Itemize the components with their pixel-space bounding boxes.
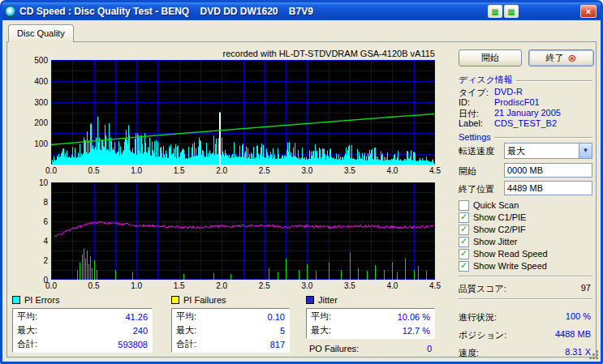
sidebar: 開始 終了 ⊗ ディスク情報 タイプ:DVD-R ID:ProdiscF01 日… — [455, 42, 594, 357]
x-axis-tick: 3.5 — [338, 281, 362, 290]
checkbox-label: Show Jitter — [473, 237, 517, 246]
disc-date-row: 日付:21 January 2005 — [459, 108, 592, 118]
checkbox-box: ✓ — [459, 249, 469, 259]
checkbox-quick-scan[interactable]: ✓ Quick Scan — [459, 199, 519, 211]
jitter-stats-box: 平均:10.06 % 最大:12.7 % — [306, 308, 435, 339]
recorded-with-text: recorded with HL-DT-STDVDRAM GSA-4120B v… — [51, 49, 435, 58]
stat-row: 最大:12.7 % — [308, 323, 433, 337]
x-axis-tick: 2.5 — [252, 166, 277, 175]
start-position-row: 開始 0000 MB — [459, 163, 592, 179]
legend-title: PI Errors — [24, 295, 59, 305]
start-button-label: 開始 — [481, 52, 499, 64]
x-axis-tick: 0.5 — [82, 281, 106, 290]
y-axis-tick: 6 — [7, 217, 48, 226]
y-axis-tick: 400 — [7, 77, 48, 86]
green-grid-icon: ▦ — [491, 7, 498, 16]
pi-errors-legend: PI Errors 平均:41.26 最大:240 合計:593808 — [12, 294, 153, 353]
stat-row: 平均:41.26 — [14, 310, 151, 323]
jitter-swatch — [306, 296, 314, 304]
y-axis-tick: 200 — [7, 118, 48, 127]
check-icon: ✓ — [460, 261, 467, 270]
x-axis-tick: 1.0 — [124, 281, 149, 290]
divider — [459, 298, 592, 300]
checkbox-label: Quick Scan — [473, 200, 519, 210]
app-icon — [5, 6, 16, 17]
stat-row: 合計:593808 — [14, 337, 151, 351]
x-axis-tick: 4.0 — [380, 166, 404, 175]
progress-row: 進行状況:100 % — [459, 311, 591, 322]
y-axis-tick: 100 — [7, 139, 48, 148]
y-axis-tick: 4 — [7, 237, 48, 246]
app-window: CD Speed : Disc Quality Test - BENQ DVD … — [0, 0, 603, 364]
start-position-input[interactable]: 0000 MB — [504, 163, 592, 178]
transfer-speed-row: 転送速度 最大 ▼ — [459, 143, 592, 159]
start-button[interactable]: 開始 — [459, 49, 522, 66]
checkbox-show-c1-pie[interactable]: ✓ Show C1/PIE — [459, 212, 526, 223]
divider — [494, 137, 592, 139]
pi-errors-chart — [51, 60, 435, 165]
pi-errors-swatch — [12, 296, 20, 304]
y-axis-tick: 2 — [7, 256, 48, 265]
pi-failures-legend: PI Failures 平均:0.10 最大:5 合計:817 — [171, 294, 290, 353]
x-axis-tick: 0.0 — [39, 166, 63, 175]
divider — [516, 80, 592, 82]
stat-row: 合計:817 — [173, 337, 288, 351]
x-axis-tick: 3.5 — [338, 166, 362, 175]
titlebar[interactable]: CD Speed : Disc Quality Test - BENQ DVD … — [2, 2, 601, 20]
x-axis-tick: 1.5 — [167, 281, 192, 290]
y-axis-tick: 500 — [7, 56, 48, 65]
jitter-legend: Jitter 平均:10.06 % 最大:12.7 % PO Failures:… — [306, 294, 435, 353]
x-axis-tick: 2.5 — [252, 281, 277, 290]
dropdown-arrow-icon[interactable]: ▼ — [579, 143, 592, 158]
exit-icon: ⊗ — [568, 53, 577, 63]
speed-row: 速度:8.31 X — [459, 347, 591, 358]
tab-disc-quality[interactable]: Disc Quality — [8, 24, 74, 42]
checkbox-label: Show C1/PIE — [473, 212, 526, 222]
checkbox-label: Show Write Speed — [473, 261, 547, 271]
checkbox-box: ✓ — [459, 225, 469, 235]
titlebar-extra-button-1[interactable]: ▦ — [488, 5, 502, 18]
pi-failures-stats-box: 平均:0.10 最大:5 合計:817 — [171, 308, 290, 353]
x-axis-tick: 4.0 — [380, 281, 404, 290]
checkbox-show-write-speed[interactable]: ✓ Show Write Speed — [459, 260, 547, 272]
end-position-input[interactable]: 4489 MB — [504, 181, 592, 195]
check-icon: ✓ — [460, 237, 467, 246]
stat-row: 平均:0.10 — [173, 310, 288, 323]
x-axis-tick: 1.5 — [167, 166, 192, 175]
disc-id-row: ID:ProdiscF01 — [459, 97, 592, 108]
checkbox-show-read-speed[interactable]: ✓ Show Read Speed — [459, 248, 548, 259]
check-icon: ✓ — [460, 225, 467, 233]
checkbox-box: ✓ — [459, 237, 469, 247]
quality-score-row: 品質スコア:97 — [459, 283, 591, 293]
check-icon: ✓ — [460, 212, 467, 221]
x-axis-tick: 1.0 — [124, 166, 149, 175]
green-grid-icon: ▦ — [507, 7, 515, 16]
titlebar-extra-button-2[interactable]: ▦ — [504, 5, 519, 18]
x-axis-tick: 4.5 — [423, 166, 447, 175]
checkbox-box: ✓ — [459, 200, 469, 211]
stat-row: 平均:10.06 % — [308, 310, 433, 323]
x-axis-tick: 3.0 — [295, 281, 319, 290]
checkbox-box: ✓ — [459, 261, 469, 272]
resize-grip[interactable] — [588, 349, 600, 361]
legend-title: Jitter — [318, 295, 338, 305]
disc-info-heading: ディスク情報 — [459, 75, 592, 85]
pi-errors-stats-box: 平均:41.26 最大:240 合計:593808 — [12, 308, 153, 353]
checkbox-box: ✓ — [459, 212, 469, 223]
window-body: Disc Quality recorded with HL-DT-STDVDRA… — [2, 20, 601, 362]
settings-heading: Settings — [459, 131, 592, 142]
x-axis-tick: 0.5 — [82, 166, 106, 175]
po-failures-row: PO Failures:0 — [306, 344, 435, 353]
x-axis-tick: 0.0 — [39, 281, 63, 290]
position-row: ポジション:4488 MB — [459, 329, 591, 340]
dropdown-value: 最大 — [507, 146, 525, 156]
divider — [459, 276, 592, 277]
transfer-speed-dropdown[interactable]: 最大 ▼ — [504, 143, 592, 159]
check-icon: ✓ — [460, 249, 467, 258]
exit-button[interactable]: 終了 ⊗ — [528, 49, 594, 66]
checkbox-show-jitter[interactable]: ✓ Show Jitter — [459, 236, 517, 247]
close-button[interactable]: × — [580, 5, 597, 18]
checkbox-show-c2-pif[interactable]: ✓ Show C2/PIF — [459, 224, 526, 235]
y-axis-tick: 10 — [7, 178, 48, 187]
end-position-row: 終了位置 4489 MB — [459, 181, 592, 197]
